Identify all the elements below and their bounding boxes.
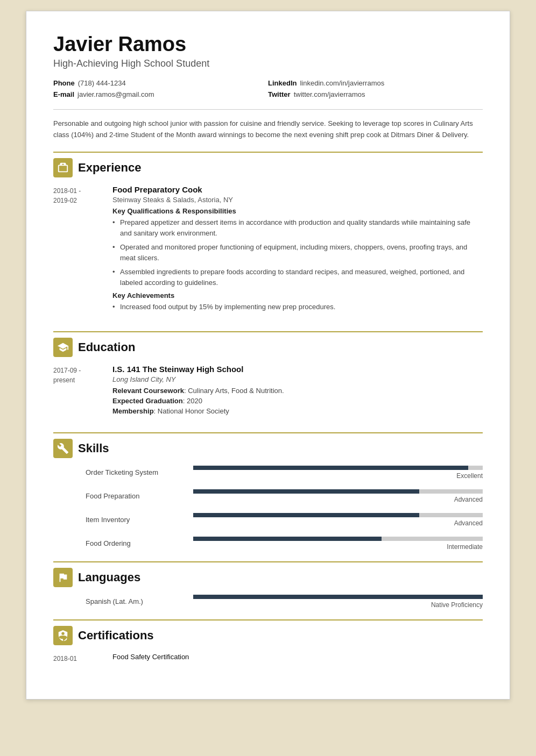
header-section: Javier Ramos High-Achieving High School … xyxy=(53,33,483,141)
qualifications-list: Prepared appetizer and dessert items in … xyxy=(112,217,483,289)
skill-bar-track-1 xyxy=(193,489,483,494)
experience-entry-0: 2018-01 -2019-02 Food Preparatory Cook S… xyxy=(53,185,483,320)
candidate-name: Javier Ramos xyxy=(53,33,483,56)
twitter-item: Twitter twitter.com/javierramos xyxy=(268,90,483,98)
skill-level-2: Advanced xyxy=(454,519,483,527)
qual-bullet-1: Operated and monitored proper functionin… xyxy=(112,242,483,263)
skill-name-0: Order Ticketing System xyxy=(86,468,193,476)
header-divider xyxy=(53,109,483,110)
skill-bar-wrapper-1: Advanced xyxy=(193,489,483,503)
languages-title: Languages xyxy=(78,570,140,584)
qual-bullet-2: Assembled ingredients to prepare foods a… xyxy=(112,267,483,288)
skill-level-1: Advanced xyxy=(454,496,483,503)
education-content-0: I.S. 141 The Steinway High School Long I… xyxy=(112,365,483,422)
certifications-title: Certifications xyxy=(78,629,154,643)
phone-label: Phone xyxy=(53,79,75,87)
coursework-field: Relevant Coursework: Culinary Arts, Food… xyxy=(112,387,483,395)
skills-header: Skills xyxy=(53,432,483,458)
qual-bullet-0: Prepared appetizer and dessert items in … xyxy=(112,217,483,239)
lang-bar-track-0 xyxy=(193,595,483,599)
candidate-title: High-Achieving High School Student xyxy=(53,58,483,69)
experience-section: Experience 2018-01 -2019-02 Food Prepara… xyxy=(53,152,483,320)
membership-label: Membership xyxy=(112,407,154,415)
skill-level-0: Excellent xyxy=(456,472,483,480)
skill-bar-fill-0 xyxy=(193,466,468,470)
experience-header: Experience xyxy=(53,152,483,177)
skill-row-0: Order Ticketing System Excellent xyxy=(86,466,483,480)
education-title: Education xyxy=(78,340,135,354)
twitter-value: twitter.com/javierramos xyxy=(294,90,365,98)
skill-bar-track-3 xyxy=(193,537,483,541)
flag-icon xyxy=(57,572,69,583)
skill-row-2: Item Inventory Advanced xyxy=(86,513,483,527)
phone-value: (718) 444-1234 xyxy=(78,79,126,87)
graduation-value: 2020 xyxy=(187,397,202,405)
membership-field: Membership: National Honor Society xyxy=(112,407,483,415)
lang-row-0: Spanish (Lat. Am.) Native Proficiency xyxy=(86,595,483,609)
experience-icon xyxy=(53,158,73,177)
skills-container: Order Ticketing System Excellent Food Pr… xyxy=(53,466,483,551)
cert-title-0: Food Safety Certification xyxy=(112,653,483,661)
skill-bar-track-2 xyxy=(193,513,483,517)
graduation-label: Expected Graduation xyxy=(112,397,183,405)
languages-container: Spanish (Lat. Am.) Native Proficiency xyxy=(53,595,483,609)
education-section: Education 2017-09 -present I.S. 141 The … xyxy=(53,331,483,422)
certifications-section: Certifications 2018-01 Food Safety Certi… xyxy=(53,619,483,667)
phone-item: Phone (718) 444-1234 xyxy=(53,79,268,87)
experience-date-0: 2018-01 -2019-02 xyxy=(53,185,112,320)
skill-bar-track-0 xyxy=(193,466,483,470)
linkedin-item: LinkedIn linkedin.com/in/javierramos xyxy=(268,79,483,87)
experience-company-0: Steinway Steaks & Salads, Astoria, NY xyxy=(112,196,483,204)
skills-icon xyxy=(53,439,73,458)
contact-grid: Phone (718) 444-1234 LinkedIn linkedin.c… xyxy=(53,79,483,98)
experience-job-title-0: Food Preparatory Cook xyxy=(112,185,483,194)
email-item: E-mail javier.ramos@gmail.com xyxy=(53,90,268,98)
graduation-field: Expected Graduation: 2020 xyxy=(112,397,483,405)
languages-section: Languages Spanish (Lat. Am.) Native Prof… xyxy=(53,561,483,609)
qualifications-label: Key Qualifications & Responsibilities xyxy=(112,207,483,215)
education-entry-0: 2017-09 -present I.S. 141 The Steinway H… xyxy=(53,365,483,422)
certificate-icon xyxy=(57,630,69,641)
email-label: E-mail xyxy=(53,90,74,98)
lang-bar-wrapper-0: Native Proficiency xyxy=(193,595,483,609)
linkedin-label: LinkedIn xyxy=(268,79,297,87)
skill-name-3: Food Ordering xyxy=(86,539,193,547)
briefcase-icon xyxy=(57,162,69,174)
education-icon xyxy=(53,338,73,357)
skills-section: Skills Order Ticketing System Excellent … xyxy=(53,432,483,551)
skill-bar-wrapper-2: Advanced xyxy=(193,513,483,527)
skill-row-3: Food Ordering Intermediate xyxy=(86,537,483,551)
school-location: Long Island City, NY xyxy=(112,375,483,383)
education-date-0: 2017-09 -present xyxy=(53,365,112,422)
tools-icon xyxy=(57,443,69,454)
certifications-icon xyxy=(53,626,73,645)
experience-content-0: Food Preparatory Cook Steinway Steaks & … xyxy=(112,185,483,320)
membership-value: National Honor Society xyxy=(158,407,229,415)
coursework-value: Culinary Arts, Food & Nutrition. xyxy=(188,387,284,395)
lang-bar-fill-0 xyxy=(193,595,483,599)
linkedin-value: linkedin.com/in/javierramos xyxy=(300,79,384,87)
skill-bar-wrapper-0: Excellent xyxy=(193,466,483,480)
skill-bar-wrapper-3: Intermediate xyxy=(193,537,483,551)
certification-entry-0: 2018-01 Food Safety Certification xyxy=(53,653,483,667)
skill-name-1: Food Preparation xyxy=(86,492,193,500)
coursework-label: Relevant Coursework xyxy=(112,387,184,395)
skill-level-3: Intermediate xyxy=(447,543,483,551)
email-value: javier.ramos@gmail.com xyxy=(77,90,154,98)
achievement-bullet-0: Increased food output by 15% by implemen… xyxy=(112,302,483,312)
certifications-header: Certifications xyxy=(53,619,483,645)
achievements-list: Increased food output by 15% by implemen… xyxy=(112,302,483,312)
cert-content-0: Food Safety Certification xyxy=(112,653,483,667)
languages-icon xyxy=(53,568,73,587)
skill-name-2: Item Inventory xyxy=(86,516,193,524)
resume-page: Javier Ramos High-Achieving High School … xyxy=(26,11,510,700)
skills-title: Skills xyxy=(78,441,109,455)
education-header: Education xyxy=(53,331,483,357)
skill-row-1: Food Preparation Advanced xyxy=(86,489,483,503)
twitter-label: Twitter xyxy=(268,90,291,98)
skill-bar-fill-1 xyxy=(193,489,419,494)
skill-bar-fill-2 xyxy=(193,513,419,517)
languages-header: Languages xyxy=(53,561,483,587)
cert-date-0: 2018-01 xyxy=(53,653,112,667)
lang-name-0: Spanish (Lat. Am.) xyxy=(86,597,193,605)
